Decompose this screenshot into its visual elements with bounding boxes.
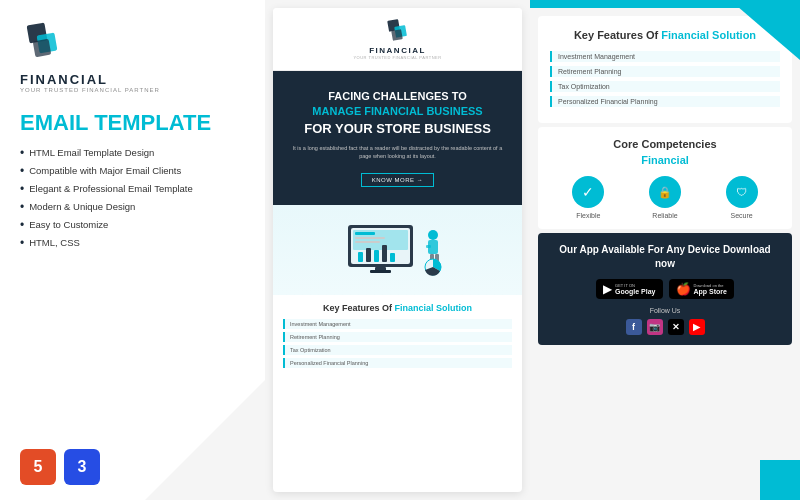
- svg-rect-10: [355, 237, 385, 239]
- google-play-text: GET IT ON Google Play: [615, 283, 655, 295]
- rp-feature-item: Personalized Financial Planning: [550, 96, 780, 107]
- rp-comp-reliable: 🔒 Reliable: [649, 176, 681, 219]
- list-item: Easy to Customize: [20, 219, 245, 231]
- list-item: HTML Email Template Design: [20, 147, 245, 159]
- ep-features-title: Key Features Of Financial Solution: [283, 303, 512, 313]
- ep-hero-btn[interactable]: KNOW MORE →: [361, 173, 435, 187]
- svg-point-19: [428, 230, 438, 240]
- flexible-label: Flexible: [576, 212, 600, 219]
- svg-rect-16: [390, 253, 395, 262]
- email-preview: FINANCIAL YOUR TRUSTED FINANCIAL PARTNER…: [273, 8, 522, 492]
- rp-app-stores: ▶ GET IT ON Google Play 🍎 Download on th…: [596, 279, 734, 299]
- rp-comp-secure: 🛡 Secure: [726, 176, 758, 219]
- flexible-icon: ✓: [572, 176, 604, 208]
- list-item: Compatible with Major Email Clients: [20, 165, 245, 177]
- tech-badges: 5 3: [20, 449, 245, 485]
- css3-badge: 3: [64, 449, 100, 485]
- logo-sub: YOUR TRUSTED FINANCIAL PARTNER: [20, 87, 160, 93]
- google-play-button[interactable]: ▶ GET IT ON Google Play: [596, 279, 662, 299]
- youtube-icon[interactable]: ▶: [689, 319, 705, 335]
- ep-logo-sub: YOUR TRUSTED FINANCIAL PARTNER: [353, 55, 441, 60]
- reliable-icon: 🔒: [649, 176, 681, 208]
- left-panel: FINANCIAL YOUR TRUSTED FINANCIAL PARTNER…: [0, 0, 265, 500]
- html5-badge: 5: [20, 449, 56, 485]
- teal-bottom-decoration: [760, 460, 800, 500]
- ep-logo-text: FINANCIAL: [369, 46, 426, 55]
- ep-hero-title: FACING CHALLENGES TO MANAGE FINANCIAL BU…: [287, 89, 508, 138]
- ep-features: Key Features Of Financial Solution Inves…: [273, 295, 522, 379]
- ep-feature-item: Retirement Planning: [283, 332, 512, 342]
- ep-logo-icon: [384, 18, 412, 46]
- email-template-title: EMAIL TEMPLATE: [20, 111, 245, 135]
- logo-text: FINANCIAL: [20, 72, 108, 87]
- list-item: Elegant & Professional Email Template: [20, 183, 245, 195]
- svg-rect-9: [355, 232, 375, 235]
- rp-core: Core Competencies Financial ✓ Flexible 🔒…: [538, 127, 792, 229]
- ep-feature-item: Investment Management: [283, 319, 512, 329]
- rp-feature-item: Tax Optimization: [550, 81, 780, 92]
- instagram-icon[interactable]: 📷: [647, 319, 663, 335]
- ep-hero-desc: It is a long established fact that a rea…: [287, 144, 508, 161]
- rp-social: f 📷 ✕ ▶: [626, 319, 705, 335]
- secure-icon: 🛡: [726, 176, 758, 208]
- middle-panel: FINANCIAL YOUR TRUSTED FINANCIAL PARTNER…: [265, 0, 530, 500]
- svg-rect-11: [355, 241, 380, 243]
- logo-area: FINANCIAL YOUR TRUSTED FINANCIAL PARTNER: [20, 20, 245, 93]
- secure-label: Secure: [731, 212, 753, 219]
- svg-rect-14: [374, 250, 379, 262]
- ep-hero: FACING CHALLENGES TO MANAGE FINANCIAL BU…: [273, 71, 522, 205]
- reliable-label: Reliable: [652, 212, 677, 219]
- list-item: Modern & Unique Design: [20, 201, 245, 213]
- ep-feature-item: Personalized Financial Planning: [283, 358, 512, 368]
- ep-image-section: [273, 205, 522, 295]
- app-store-button[interactable]: 🍎 Download on the App Store: [669, 279, 734, 299]
- rp-comp-flexible: ✓ Flexible: [572, 176, 604, 219]
- logo-icon: [20, 20, 68, 68]
- rp-feature-item: Retirement Planning: [550, 66, 780, 77]
- twitter-icon[interactable]: ✕: [668, 319, 684, 335]
- svg-rect-15: [382, 245, 387, 262]
- rp-key-features-title: Key Features Of Financial Solution: [550, 28, 780, 43]
- features-list: HTML Email Template Design Compatible wi…: [20, 147, 245, 255]
- svg-rect-21: [426, 245, 431, 248]
- rp-key-features: Key Features Of Financial Solution Inves…: [538, 16, 792, 123]
- ep-header: FINANCIAL YOUR TRUSTED FINANCIAL PARTNER: [273, 8, 522, 71]
- right-panel: Key Features Of Financial Solution Inves…: [530, 0, 800, 500]
- svg-rect-5: [391, 29, 403, 41]
- apple-icon: 🍎: [676, 282, 691, 296]
- rp-app: Our App Available For Any Device Downloa…: [538, 233, 792, 345]
- ep-feature-item: Tax Optimization: [283, 345, 512, 355]
- rp-follow-label: Follow Us: [650, 307, 681, 314]
- svg-rect-2: [33, 39, 52, 58]
- page-wrapper: FINANCIAL YOUR TRUSTED FINANCIAL PARTNER…: [0, 0, 800, 500]
- rp-app-title: Our App Available For Any Device Downloa…: [550, 243, 780, 271]
- svg-rect-13: [366, 248, 371, 262]
- svg-rect-12: [358, 252, 363, 262]
- rp-core-title: Core Competencies Financial: [550, 137, 780, 168]
- rp-competencies: ✓ Flexible 🔒 Reliable 🛡 Secure: [550, 176, 780, 219]
- facebook-icon[interactable]: f: [626, 319, 642, 335]
- list-item: HTML, CSS: [20, 237, 245, 249]
- rp-feature-item: Investment Management: [550, 51, 780, 62]
- google-play-icon: ▶: [603, 282, 612, 296]
- app-store-text: Download on the App Store: [694, 283, 727, 295]
- ep-illustration: [343, 215, 453, 285]
- svg-rect-18: [370, 270, 391, 273]
